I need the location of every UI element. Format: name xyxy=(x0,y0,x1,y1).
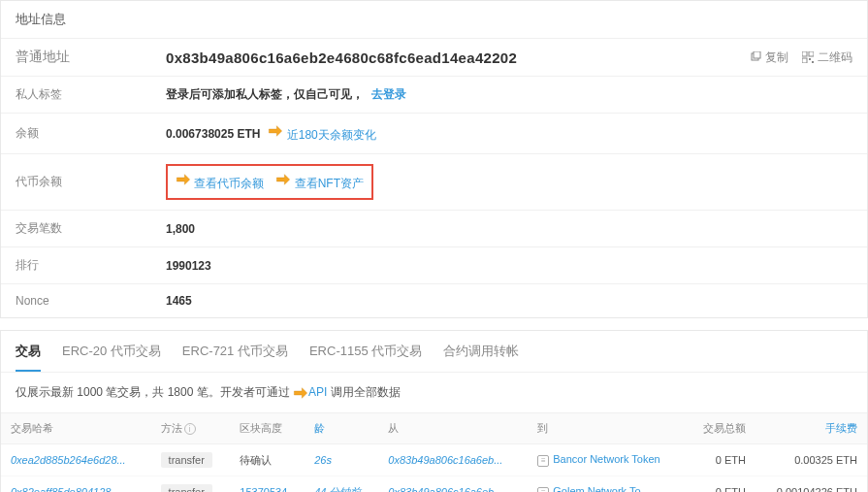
fee-text: 0.00325 ETH xyxy=(794,454,857,466)
age-text: 44 分钟前 xyxy=(314,486,361,493)
contract-icon: ≡ xyxy=(537,455,549,467)
tab-internal[interactable]: 合约调用转帐 xyxy=(443,343,519,372)
tx-hash-link[interactable]: 0xea2d885b264e6d28... xyxy=(11,454,126,466)
svg-rect-3 xyxy=(809,51,814,56)
balance-value-group: 0.006738025 ETH 近180天余额变化 xyxy=(166,123,376,144)
col-method: 方法i xyxy=(151,413,231,444)
txcount-value: 1,800 xyxy=(166,222,195,236)
svg-rect-6 xyxy=(812,61,814,63)
address-value: 0x83b49a806c16a6eb2e4680c68fc6ead14ea422… xyxy=(166,49,517,66)
pointer-icon xyxy=(268,123,283,139)
tab-transactions[interactable]: 交易 xyxy=(16,343,41,372)
view-token-text: 查看代币余额 xyxy=(194,177,264,190)
tab-erc1155[interactable]: ERC-1155 代币交易 xyxy=(309,343,422,372)
svg-rect-1 xyxy=(754,51,760,58)
token-balance-label: 代币余额 xyxy=(16,174,166,190)
col-block: 区块高度 xyxy=(230,413,305,444)
to-link[interactable]: Golem Network To... xyxy=(553,485,649,492)
svg-rect-5 xyxy=(809,58,811,60)
fee-text: 0.00104226 ETH xyxy=(777,486,857,492)
nonce-row: Nonce 1465 xyxy=(1,284,867,317)
table-row: 0xea2d885b264e6d28... transfer 待确认 26s 0… xyxy=(1,444,867,476)
view-token-link[interactable]: 查看代币余额 xyxy=(176,172,264,192)
qr-button[interactable]: 二维码 xyxy=(802,49,852,66)
view-nft-link[interactable]: 查看NFT资产 xyxy=(275,172,364,192)
col-age[interactable]: 龄 xyxy=(305,413,378,444)
block-pending: 待确认 xyxy=(240,454,272,466)
table-header-row: 交易哈希 方法i 区块高度 龄 从 到 交易总额 手续费 xyxy=(1,413,867,444)
col-to: 到 xyxy=(528,413,686,444)
tab-erc721[interactable]: ERC-721 代币交易 xyxy=(182,343,288,372)
svg-rect-4 xyxy=(802,58,807,63)
view-nft-text: 查看NFT资产 xyxy=(295,177,364,190)
amount-text: 0 ETH xyxy=(716,454,746,466)
age-text: 26s xyxy=(314,454,332,466)
private-tag-prefix: 登录后可添加私人标签，仅自己可见， xyxy=(166,86,364,103)
copy-label: 复制 xyxy=(765,49,788,66)
copy-button[interactable]: 复制 xyxy=(750,49,788,66)
copy-icon xyxy=(750,51,761,63)
block-link[interactable]: 15370534 xyxy=(240,486,287,492)
login-link[interactable]: 去登录 xyxy=(371,86,406,103)
col-hash: 交易哈希 xyxy=(1,413,151,444)
transactions-card: 交易 ERC-20 代币交易 ERC-721 代币交易 ERC-1155 代币交… xyxy=(0,330,868,492)
address-actions: 复制 二维码 xyxy=(750,49,852,66)
qr-label: 二维码 xyxy=(818,49,852,66)
from-link[interactable]: 0x83b49a806c16a6eb... xyxy=(388,486,502,492)
tx-note-suffix: 调用全部数据 xyxy=(327,385,400,399)
amount-text: 0 ETH xyxy=(716,486,746,492)
address-type-label: 普通地址 xyxy=(16,49,166,66)
tx-table: 交易哈希 方法i 区块高度 龄 从 到 交易总额 手续费 0xea2d885b2… xyxy=(1,413,867,492)
qr-icon xyxy=(802,51,814,63)
private-tag-label: 私人标签 xyxy=(16,86,166,103)
balance-label: 余额 xyxy=(16,125,166,142)
balance-row: 余额 0.006738025 ETH 近180天余额变化 xyxy=(1,114,867,154)
to-link[interactable]: Bancor Network Token xyxy=(553,453,659,465)
method-tag: transfer xyxy=(161,484,212,492)
pointer-icon xyxy=(176,172,191,187)
rank-row: 排行 1990123 xyxy=(1,247,867,284)
col-amount: 交易总额 xyxy=(687,413,755,444)
svg-rect-2 xyxy=(802,51,807,56)
col-fee[interactable]: 手续费 xyxy=(755,413,867,444)
private-tag-row: 私人标签 登录后可添加私人标签，仅自己可见，去登录 xyxy=(1,77,867,114)
contract-icon: ≡ xyxy=(537,487,549,492)
pointer-icon xyxy=(275,172,291,187)
tx-note-prefix: 仅展示最新 1000 笔交易，共 1800 笔。开发者可通过 xyxy=(16,385,293,399)
rank-label: 排行 xyxy=(16,257,166,274)
nonce-value: 1465 xyxy=(166,294,192,308)
col-from: 从 xyxy=(378,413,528,444)
api-link[interactable]: API xyxy=(308,385,327,399)
txcount-label: 交易笔数 xyxy=(16,220,166,237)
balance-history-link[interactable]: 近180天余额变化 xyxy=(268,123,375,144)
token-balance-highlight: 查看代币余额 查看NFT资产 xyxy=(166,164,373,200)
method-tag: transfer xyxy=(161,452,212,468)
from-link[interactable]: 0x83b49a806c16a6eb... xyxy=(388,454,502,466)
tab-erc20[interactable]: ERC-20 代币交易 xyxy=(62,343,161,372)
balance-history-text: 近180天余额变化 xyxy=(287,128,376,142)
txcount-row: 交易笔数 1,800 xyxy=(1,211,867,247)
address-row: 普通地址 0x83b49a806c16a6eb2e4680c68fc6ead14… xyxy=(1,39,867,77)
balance-value: 0.006738025 ETH xyxy=(166,127,260,141)
token-balance-row: 代币余额 查看代币余额 查看NFT资产 xyxy=(1,154,867,211)
tabs: 交易 ERC-20 代币交易 ERC-721 代币交易 ERC-1155 代币交… xyxy=(1,331,867,373)
pointer-icon xyxy=(293,385,308,401)
tx-note: 仅展示最新 1000 笔交易，共 1800 笔。开发者可通过 API 调用全部数… xyxy=(1,373,867,413)
info-icon[interactable]: i xyxy=(184,423,196,435)
table-row: 0x82eaff85de804128... transfer 15370534 … xyxy=(1,476,867,493)
private-tag-value: 登录后可添加私人标签，仅自己可见，去登录 xyxy=(166,86,406,103)
tx-hash-link[interactable]: 0x82eaff85de804128... xyxy=(11,486,120,492)
rank-value: 1990123 xyxy=(166,259,211,273)
card-header: 地址信息 xyxy=(1,1,867,39)
address-info-card: 地址信息 普通地址 0x83b49a806c16a6eb2e4680c68fc6… xyxy=(0,0,868,318)
nonce-label: Nonce xyxy=(16,294,166,308)
